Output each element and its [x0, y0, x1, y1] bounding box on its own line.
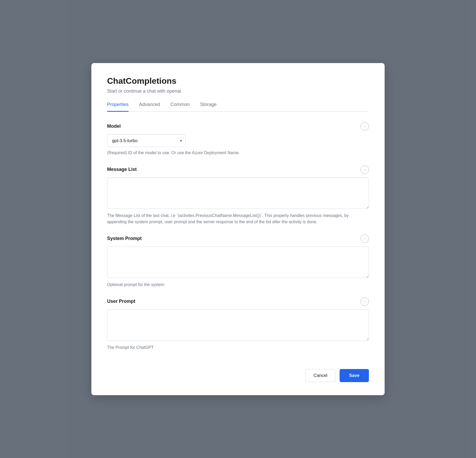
model-section: Model ··· gpt-3.5-turbo gpt-4 gpt-4-turb…: [107, 122, 369, 156]
ellipsis-icon: ···: [363, 237, 366, 241]
system-prompt-label: System Prompt: [107, 236, 142, 241]
ellipsis-icon: ···: [363, 124, 366, 129]
dialog-overlay: ChatCompletions Start or continue a chat…: [0, 0, 476, 458]
model-field-header: Model ···: [107, 122, 369, 131]
system-prompt-description: Optional prompt for the system: [107, 282, 369, 288]
message-list-textarea[interactable]: [107, 177, 369, 209]
user-prompt-description: The Prompt for ChatGPT: [107, 344, 369, 351]
tab-storage[interactable]: Storage: [200, 102, 217, 112]
user-prompt-label: User Prompt: [107, 299, 135, 304]
dialog-footer: Cancel Save: [107, 364, 369, 382]
ellipsis-icon: ···: [363, 299, 366, 304]
model-select-wrapper: gpt-3.5-turbo gpt-4 gpt-4-turbo ▾: [107, 134, 186, 147]
system-prompt-field-header: System Prompt ···: [107, 234, 369, 243]
tab-common[interactable]: Common: [170, 102, 190, 112]
message-list-more-button[interactable]: ···: [361, 165, 369, 174]
message-list-field-header: Message List ···: [107, 165, 369, 174]
cancel-button[interactable]: Cancel: [305, 369, 335, 382]
dialog: ChatCompletions Start or continue a chat…: [91, 63, 385, 395]
tab-advanced[interactable]: Advanced: [139, 102, 160, 112]
message-list-description: The Message List of the last chat, i.e `…: [107, 213, 369, 225]
user-prompt-more-button[interactable]: ···: [361, 297, 369, 306]
message-list-label: Message List: [107, 167, 137, 172]
user-prompt-field-header: User Prompt ···: [107, 297, 369, 306]
system-prompt-more-button[interactable]: ···: [361, 234, 369, 243]
dialog-title: ChatCompletions: [107, 76, 369, 86]
user-prompt-section: User Prompt ··· The Prompt for ChatGPT: [107, 297, 369, 351]
tab-bar: Properties Advanced Common Storage: [107, 102, 369, 112]
user-prompt-textarea[interactable]: [107, 309, 369, 341]
tab-properties[interactable]: Properties: [107, 102, 129, 112]
system-prompt-textarea[interactable]: [107, 247, 369, 278]
model-description: (Required) ID of the model to use. Or us…: [107, 150, 369, 156]
model-more-button[interactable]: ···: [361, 122, 369, 131]
model-label: Model: [107, 124, 121, 129]
system-prompt-section: System Prompt ··· Optional prompt for th…: [107, 234, 369, 288]
ellipsis-icon: ···: [363, 167, 366, 172]
model-select[interactable]: gpt-3.5-turbo gpt-4 gpt-4-turbo: [107, 134, 186, 147]
save-button[interactable]: Save: [340, 369, 369, 382]
message-list-section: Message List ··· The Message List of the…: [107, 165, 369, 225]
dialog-subtitle: Start or continue a chat with openai: [107, 88, 369, 94]
